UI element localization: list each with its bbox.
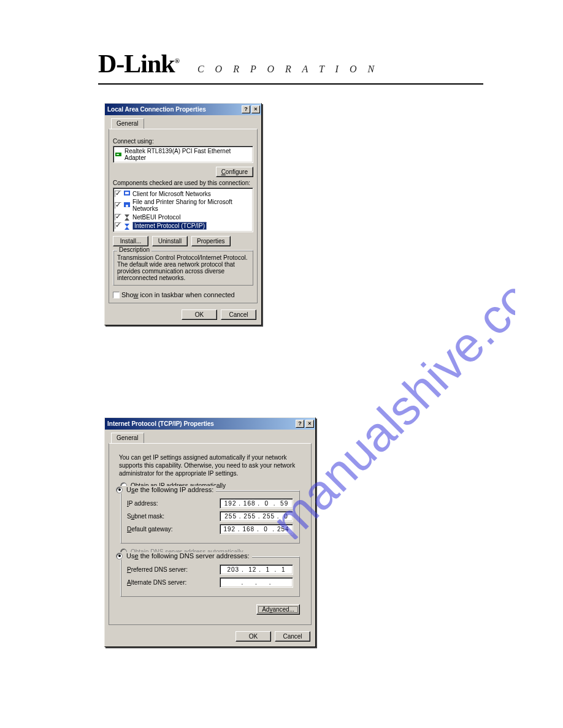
gateway-field[interactable]: 192 . 168 . 0 . 254: [220, 524, 293, 534]
components-label: Components checked are used by this conn…: [113, 180, 253, 186]
list-item[interactable]: Internet Protocol (TCP/IP): [115, 221, 251, 230]
list-item-label: Internet Protocol (TCP/IP): [132, 222, 207, 230]
list-item[interactable]: NetBEUI Protocol: [115, 213, 251, 221]
pref-dns-label: Preferred DNS server:: [127, 566, 188, 573]
checkbox-icon[interactable]: [115, 202, 121, 209]
show-icon-checkbox[interactable]: [113, 292, 120, 298]
list-item-label: NetBEUI Protocol: [132, 214, 180, 221]
logo-text: D-Link: [98, 50, 175, 78]
alt-dns-label: Alternate DNS server:: [127, 579, 186, 586]
dialog-title: Internet Protocol (TCP/IP) Properties: [107, 420, 214, 427]
protocol-icon: [123, 222, 131, 230]
tab-general[interactable]: General: [111, 433, 144, 443]
properties-button[interactable]: Properties: [191, 236, 231, 246]
checkbox-icon[interactable]: [115, 222, 121, 229]
use-ip-group: Use the following IP address: IP address…: [120, 490, 300, 544]
connect-using-label: Connect using:: [113, 138, 253, 145]
close-button[interactable]: ×: [251, 105, 260, 113]
titlebar: Internet Protocol (TCP/IP) Properties ? …: [105, 418, 315, 430]
titlebar: Local Area Connection Properties ? ×: [105, 104, 261, 115]
pref-dns-field[interactable]: 203 . 12 . 1 . 1: [220, 564, 293, 575]
cancel-button[interactable]: Cancel: [275, 631, 310, 642]
protocol-icon: [123, 213, 131, 221]
show-icon-label: Show icon in taskbar when connected: [121, 291, 235, 298]
adapter-text: Realtek RTL8139(A) PCI Fast Ethernet Ada…: [124, 148, 251, 161]
share-icon: [123, 202, 131, 209]
list-item[interactable]: Client for Microsoft Networks: [115, 189, 251, 198]
ip-address-label: IP address:: [127, 500, 158, 507]
checkbox-icon[interactable]: [115, 214, 121, 221]
trademark-icon: ®: [175, 57, 179, 64]
dlink-logo: D-Link®: [98, 49, 179, 78]
list-item[interactable]: File and Printer Sharing for Microsoft N…: [115, 198, 251, 213]
lan-properties-dialog: Local Area Connection Properties ? × Gen…: [104, 103, 262, 325]
alt-dns-field[interactable]: . . .: [220, 577, 293, 588]
description-title: Description: [117, 246, 151, 253]
use-dns-label: Use the following DNS server addresses:: [126, 552, 250, 559]
svg-rect-1: [117, 154, 119, 155]
uninstall-button[interactable]: Uninstall: [152, 236, 188, 246]
corporation-text: C O R P O R A T I O N: [197, 64, 378, 75]
svg-point-5: [126, 205, 128, 207]
ok-button[interactable]: OK: [236, 631, 271, 642]
nic-icon: [115, 151, 123, 158]
close-button[interactable]: ×: [305, 420, 314, 428]
subnet-field[interactable]: 255 . 255 . 255 . 0: [220, 511, 293, 521]
components-listbox[interactable]: Client for Microsoft Networks File and P…: [113, 188, 253, 232]
tab-general[interactable]: General: [111, 118, 144, 129]
checkbox-icon[interactable]: [115, 191, 121, 197]
ip-address-field[interactable]: 192 . 168 . 0 . 59: [220, 498, 293, 509]
description-group: Description Transmission Control Protoco…: [113, 250, 253, 286]
tcpip-properties-dialog: Internet Protocol (TCP/IP) Properties ? …: [104, 417, 316, 647]
install-button[interactable]: Install...: [113, 236, 148, 246]
advanced-button[interactable]: Advanced...: [256, 604, 300, 615]
help-button[interactable]: ?: [296, 420, 304, 428]
subnet-label: Subnet mask:: [127, 513, 164, 520]
svg-rect-3: [125, 192, 129, 194]
page-header: D-Link® C O R P O R A T I O N: [98, 49, 483, 85]
adapter-field: Realtek RTL8139(A) PCI Fast Ethernet Ada…: [113, 146, 253, 163]
description-text: Transmission Control Protocol/Internet P…: [117, 254, 249, 281]
ok-button[interactable]: OK: [182, 309, 217, 320]
use-dns-group: Use the following DNS server addresses: …: [120, 556, 300, 597]
use-dns-radio[interactable]: [116, 553, 123, 559]
gateway-label: Default gateway:: [127, 526, 173, 533]
configure-button[interactable]: Configure: [216, 167, 253, 177]
intro-text: You can get IP settings assigned automat…: [113, 450, 307, 480]
list-item-label: Client for Microsoft Networks: [132, 191, 211, 197]
help-button[interactable]: ?: [242, 105, 250, 113]
dialog-title: Local Area Connection Properties: [107, 106, 206, 113]
use-ip-radio[interactable]: [116, 487, 123, 493]
list-item-label: File and Printer Sharing for Microsoft N…: [132, 199, 251, 212]
use-ip-label: Use the following IP address:: [126, 486, 213, 493]
cancel-button[interactable]: Cancel: [221, 309, 256, 320]
client-icon: [123, 190, 131, 197]
page: D-Link® C O R P O R A T I O N Local Area…: [0, 0, 563, 647]
